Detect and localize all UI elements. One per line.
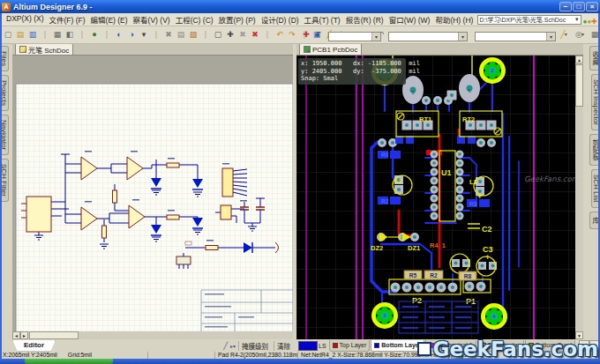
layer-set-label: LS	[319, 343, 326, 349]
paste-icon[interactable]: ▧	[187, 27, 199, 41]
minimize-button[interactable]: −	[559, 2, 572, 11]
menu-item[interactable]: 报告(R) (R)	[343, 13, 386, 26]
component-combo[interactable]: ▾	[475, 32, 556, 41]
document-path-box[interactable]: D:\学习\DXP\光笔\光笔.SchDoc ▾	[477, 15, 581, 25]
editor-bar: Editor ╱ ▸▾ 掩膜级别 清除	[0, 339, 296, 352]
pcb-panel: PCB1 PcbDoc	[296, 44, 583, 339]
bottom-text-block	[399, 301, 478, 333]
vscroll-thumb[interactable]	[575, 64, 583, 107]
svg-text:U1: U1	[441, 168, 452, 177]
sch-doc-icon	[19, 46, 26, 53]
svg-text:R4_1: R4_1	[430, 241, 446, 249]
schematic-canvas-wrap	[12, 56, 293, 343]
tools-drop-icon[interactable]: ◎▾	[572, 27, 588, 41]
svg-text:C2: C2	[482, 225, 492, 234]
title-bar[interactable]: A Altium Designer 6.9 - −□×	[0, 0, 600, 13]
svg-text:R8: R8	[469, 201, 477, 207]
browse-icon[interactable]: ●	[88, 27, 101, 41]
zoom-area-icon[interactable]: ◑	[125, 27, 138, 41]
print-preview-icon[interactable]: ◧	[64, 27, 76, 41]
deselect-icon[interactable]: ✖	[236, 27, 249, 41]
close-button[interactable]: ×	[586, 2, 598, 11]
pcb-canvas[interactable]: 5 6	[296, 56, 575, 339]
taskbar-button[interactable]	[25, 359, 113, 364]
undo-icon[interactable]: ↶	[274, 27, 286, 41]
cut-icon[interactable]: ✖	[162, 27, 175, 41]
svg-text:L1: L1	[469, 178, 477, 186]
cursor-coords: X:2065mil Y:2405mil	[3, 352, 57, 359]
snap-dropdown-icon[interactable]: ▸▾	[230, 343, 236, 349]
svg-text:DZ2: DZ2	[371, 244, 383, 252]
clear-filter-icon[interactable]: ✖	[249, 27, 261, 41]
tab-pcb-doc[interactable]: PCB1 PcbDoc	[299, 43, 362, 55]
grid-size: Grid:5mil	[68, 352, 92, 359]
svg-text:R5: R5	[409, 272, 417, 279]
schematic-canvas[interactable]	[12, 56, 293, 339]
menu-item[interactable]: 工具(T) (T)	[302, 13, 343, 26]
zoom-dropdown-icon[interactable]: ▾	[138, 27, 150, 41]
svg-text:6: 6	[468, 88, 470, 93]
redo-icon[interactable]: ↷	[286, 27, 298, 41]
layer-tab[interactable]: Top Layer	[329, 340, 371, 352]
separator[interactable]: |	[101, 27, 113, 41]
silk-designator-boxes: R5 R2 R8	[404, 271, 476, 280]
svg-text:5: 5	[411, 90, 414, 95]
separator[interactable]: |	[261, 27, 274, 41]
menu-item[interactable]: 窗口(W) (W)	[386, 13, 433, 26]
layer-color-swatch	[333, 343, 338, 348]
svg-text:DZ1: DZ1	[408, 244, 420, 252]
menu-item[interactable]: 放置(P) (P)	[216, 13, 259, 26]
current-layer-swatch[interactable]	[298, 341, 318, 351]
move-icon[interactable]: ✚	[224, 27, 236, 41]
add-icon[interactable]: ✚	[591, 18, 597, 26]
altium-designer-window: A Altium Designer 6.9 - −□× DXP(X) (X)文件…	[0, 0, 600, 364]
zoom-fit-icon[interactable]: ◐	[113, 27, 125, 41]
layer-color-swatch	[374, 343, 379, 348]
editor-tab[interactable]: Editor	[12, 340, 56, 352]
hscroll-thumb[interactable]	[29, 331, 79, 339]
svg-text:+: +	[485, 253, 490, 262]
scroll-up-icon[interactable]: ▲	[575, 56, 583, 63]
schematic-hscrollbar[interactable]: ◄ ►	[12, 331, 293, 339]
net-combo[interactable]: ▾	[388, 32, 468, 41]
menu-item[interactable]: 设计(D) (D)	[259, 13, 302, 26]
toolbar: ▢▤▥|▦◧|●|◐◑▾|✖▤▧|▢✚✖✖|↶↷|▣╱|≡≋≡►▲ ✚T▩▦▣◧…	[0, 26, 600, 44]
print-icon[interactable]: ▦	[51, 27, 64, 41]
tab-sch-doc[interactable]: 光笔 SchDoc	[15, 43, 73, 55]
chevron-down-icon: ▾	[371, 33, 380, 41]
separator[interactable]: |	[39, 27, 51, 41]
panel-splitter[interactable]	[293, 44, 296, 339]
menu-bar: DXP(X) (X)文件(F) (F)编辑(E) (E)察看(V) (V)工程(…	[0, 13, 600, 26]
scroll-right-icon[interactable]: ►	[20, 331, 28, 339]
menu-item[interactable]: 帮助(H) (H)	[432, 13, 476, 26]
open-icon[interactable]: ▤	[14, 27, 26, 41]
chevron-down-icon[interactable]: ▾	[575, 16, 579, 23]
separator[interactable]: |	[76, 27, 88, 41]
watermark: GeekFans.com	[417, 338, 598, 360]
svg-text:+: +	[477, 192, 482, 201]
mask-level-button[interactable]: 掩膜级别	[238, 341, 271, 351]
separator[interactable]: |	[150, 27, 162, 41]
place-pad-icon[interactable]: ✚	[300, 27, 312, 41]
menu-item[interactable]: 编辑(E) (E)	[88, 13, 131, 26]
save-icon[interactable]: ▥	[26, 27, 39, 41]
menu-item[interactable]: DXP(X) (X)	[4, 13, 47, 26]
scroll-left-icon[interactable]: ◄	[12, 331, 20, 339]
menu-item[interactable]: 察看(V) (V)	[131, 13, 173, 26]
pcb-vscrollbar[interactable]: ▲ ▼	[575, 56, 583, 339]
new-icon[interactable]: ▢	[2, 27, 14, 41]
annotate-drop-icon[interactable]: ╱▾	[556, 27, 572, 41]
menu-item[interactable]: 工程(C) (C)	[173, 13, 216, 26]
menu-items: DXP(X) (X)文件(F) (F)编辑(E) (E)察看(V) (V)工程(…	[0, 13, 476, 26]
watermark-faint: GeekFans.com	[524, 175, 579, 183]
document-path-bar[interactable]: D:\学习\DXP\光笔\光笔.SchDoc ▾ ●●✚	[477, 14, 597, 25]
copy-icon[interactable]: ▤	[175, 27, 187, 41]
separator[interactable]: |	[199, 27, 212, 41]
annotate-pencil-icon[interactable]: ╱	[223, 342, 228, 350]
clear-button[interactable]: 清除	[274, 341, 293, 351]
select-area-icon[interactable]: ▢	[212, 27, 224, 41]
place-text-icon[interactable]: T	[312, 27, 325, 41]
maximize-button[interactable]: □	[573, 2, 585, 11]
menu-item[interactable]: 文件(F) (F)	[47, 13, 88, 26]
layer-combo[interactable]: ▾	[328, 32, 381, 41]
